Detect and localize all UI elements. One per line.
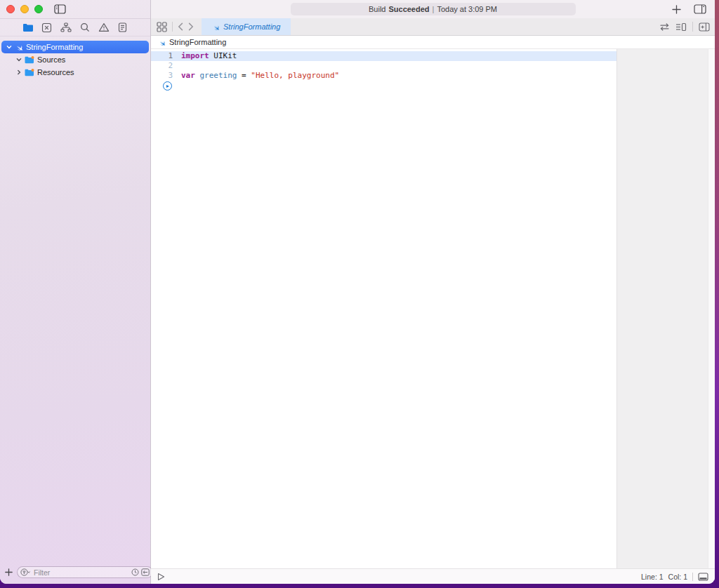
tab-label: StringFormatting bbox=[223, 22, 280, 31]
breadcrumb: StringFormatting bbox=[169, 38, 226, 46]
build-time: Today at 3:09 PM bbox=[437, 5, 497, 13]
forward-chevron-icon[interactable] bbox=[188, 22, 194, 31]
tree-item-stringformatting[interactable]: StringFormatting bbox=[1, 41, 149, 53]
code-text: import UIKit bbox=[173, 51, 237, 61]
add-editor-icon[interactable] bbox=[699, 22, 710, 32]
code-text: var greeting = "Hello, playground" bbox=[173, 71, 339, 81]
editor-content: 1import UIKit23var greeting = "Hello, pl… bbox=[151, 49, 715, 568]
project-tree: StringFormatting Sources Resources bbox=[0, 36, 150, 79]
close-button[interactable] bbox=[6, 5, 15, 13]
code-text bbox=[173, 61, 181, 71]
build-status: Succeeded bbox=[388, 5, 429, 13]
line-number: 1 bbox=[151, 51, 173, 61]
folder-badge-icon bbox=[25, 56, 34, 64]
activity-view: BuildSucceeded|Today at 3:09 PM bbox=[291, 3, 576, 15]
divider bbox=[692, 22, 693, 32]
chevron-right-icon[interactable] bbox=[15, 69, 22, 75]
filter-field[interactable] bbox=[17, 566, 153, 578]
find-navigator-icon[interactable] bbox=[79, 21, 91, 34]
flat-arrow-box-icon[interactable] bbox=[141, 568, 150, 576]
tree-item-resources[interactable]: Resources bbox=[0, 66, 150, 79]
filter-input[interactable] bbox=[34, 568, 128, 577]
tab-bar-right bbox=[659, 18, 715, 35]
navigator-sidebar: StringFormatting Sources Resources bbox=[0, 0, 151, 584]
tab-stringformatting[interactable]: StringFormatting bbox=[202, 18, 291, 35]
code-line[interactable]: 2 bbox=[151, 61, 616, 71]
scrollbar-track[interactable] bbox=[708, 49, 715, 568]
titlebar-actions bbox=[672, 0, 706, 18]
col-indicator: Col: 1 bbox=[668, 573, 687, 581]
sidebar-filter-bar bbox=[0, 565, 150, 584]
main-area: BuildSucceeded|Today at 3:09 PM bbox=[151, 0, 715, 584]
jump-bar[interactable]: StringFormatting bbox=[151, 36, 715, 49]
playground-results-panel bbox=[616, 49, 708, 568]
filter-field-icons bbox=[131, 568, 150, 576]
editor-status-bar: Line: 1 Col: 1 bbox=[151, 568, 715, 584]
separator: | bbox=[433, 5, 435, 13]
project-navigator-icon[interactable] bbox=[22, 21, 34, 34]
add-file-button[interactable] bbox=[5, 568, 13, 576]
symbol-navigator-icon[interactable] bbox=[60, 21, 72, 34]
chevron-down-icon[interactable] bbox=[15, 57, 22, 62]
navigator-bar bbox=[0, 18, 150, 36]
issue-navigator-icon[interactable] bbox=[98, 21, 110, 34]
build-prefix: Build bbox=[369, 5, 385, 13]
code-line[interactable]: 3var greeting = "Hello, playground" bbox=[151, 71, 616, 81]
xcode-window: StringFormatting Sources Resources bbox=[0, 0, 715, 584]
sidebar-empty-area bbox=[0, 79, 150, 565]
line-indicator: Line: 1 bbox=[641, 573, 664, 581]
sidebar-toggle-icon[interactable] bbox=[54, 4, 66, 14]
window-controls bbox=[6, 5, 43, 13]
tree-item-label: Sources bbox=[37, 55, 65, 64]
plus-icon[interactable] bbox=[672, 5, 681, 14]
code-line[interactable]: 1import UIKit bbox=[151, 51, 616, 61]
swift-icon bbox=[212, 23, 220, 31]
clock-icon[interactable] bbox=[131, 568, 139, 576]
source-control-navigator-icon[interactable] bbox=[41, 21, 53, 34]
line-number: 3 bbox=[151, 71, 173, 81]
source-editor[interactable]: 1import UIKit23var greeting = "Hello, pl… bbox=[151, 49, 616, 568]
tree-item-label: StringFormatting bbox=[26, 43, 83, 51]
play-icon bbox=[166, 85, 169, 88]
line-number: 2 bbox=[151, 61, 173, 71]
back-chevron-icon[interactable] bbox=[178, 22, 183, 31]
folder-badge-icon bbox=[25, 69, 34, 76]
play-outline-icon[interactable] bbox=[157, 573, 165, 581]
tab-bar: StringFormatting bbox=[151, 18, 715, 36]
tree-item-sources[interactable]: Sources bbox=[0, 53, 150, 66]
chevron-down-icon[interactable] bbox=[6, 44, 12, 50]
minimize-button[interactable] bbox=[20, 5, 29, 13]
zoom-button[interactable] bbox=[34, 5, 43, 13]
code-lines: 1import UIKit23var greeting = "Hello, pl… bbox=[151, 51, 616, 81]
tab-bar-left bbox=[151, 18, 194, 35]
window-titlebar: BuildSucceeded|Today at 3:09 PM bbox=[151, 0, 715, 18]
sidebar-titlebar bbox=[0, 0, 150, 18]
run-line-button[interactable] bbox=[163, 81, 172, 91]
divider bbox=[692, 573, 693, 581]
editor-options-icon[interactable] bbox=[675, 22, 687, 32]
debug-area-toggle-icon[interactable] bbox=[698, 573, 708, 581]
divider bbox=[172, 22, 173, 32]
cursor-position: Line: 1 Col: 1 bbox=[641, 573, 708, 581]
editor-split-icon[interactable] bbox=[694, 4, 706, 14]
tab-overview-icon[interactable] bbox=[157, 22, 167, 32]
swap-icon[interactable] bbox=[659, 23, 670, 31]
report-navigator-icon[interactable] bbox=[117, 21, 129, 34]
swift-icon bbox=[158, 39, 166, 46]
filter-icon bbox=[20, 568, 31, 576]
tree-item-label: Resources bbox=[37, 68, 74, 76]
swift-playground-icon bbox=[15, 43, 23, 51]
